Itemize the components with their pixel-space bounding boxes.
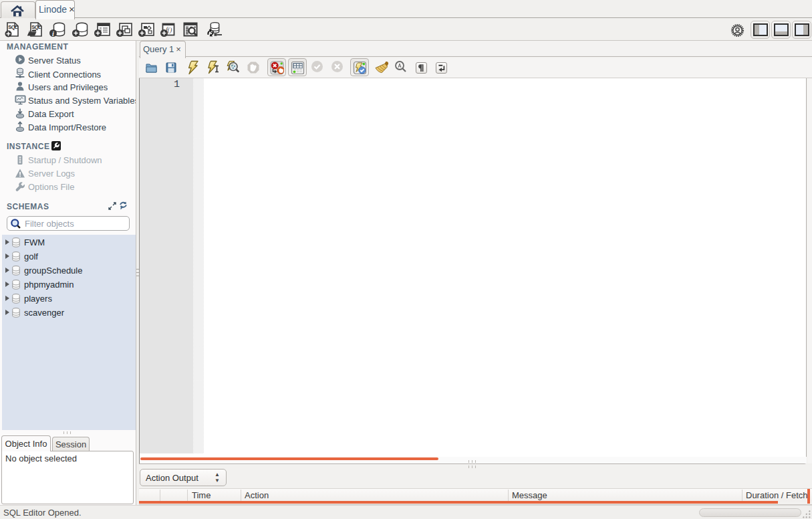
svg-text:SQL: SQL	[31, 24, 41, 30]
svg-text:i: i	[52, 30, 54, 37]
svg-text:SQL: SQL	[8, 24, 18, 30]
